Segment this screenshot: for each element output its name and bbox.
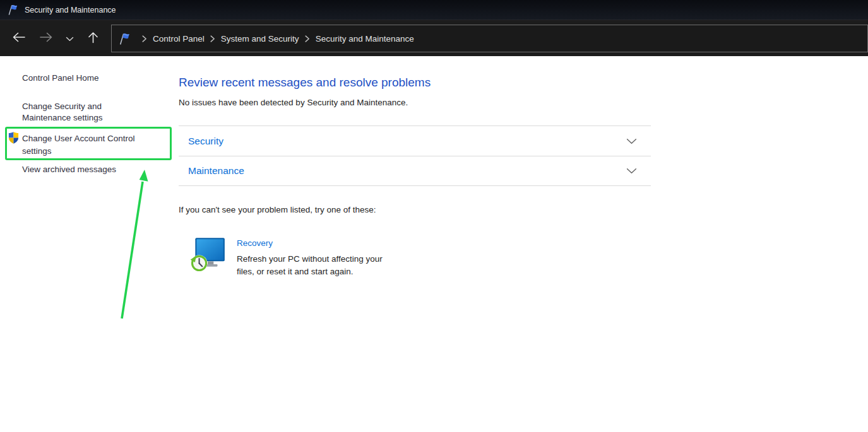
breadcrumb-item-control-panel[interactable]: Control Panel — [153, 34, 205, 44]
sidebar-item-change-user-account-control-settings[interactable]: Change User Account Control settings — [22, 132, 152, 158]
back-arrow-icon — [11, 32, 26, 45]
back-button[interactable] — [9, 20, 28, 57]
title-bar: Security and Maintenance — [0, 0, 868, 20]
chevron-down-icon — [66, 33, 74, 44]
page-title: Review recent messages and resolve probl… — [179, 76, 431, 90]
breadcrumb-chevron-icon[interactable] — [142, 35, 147, 42]
chevron-down-icon[interactable] — [626, 165, 637, 177]
recovery-monitor-restore-icon[interactable] — [188, 235, 227, 274]
uac-shield-icon — [8, 132, 19, 146]
forward-arrow-icon — [39, 32, 54, 45]
tip-text: If you can't see your problem listed, tr… — [179, 205, 376, 214]
up-button[interactable] — [85, 20, 101, 57]
section-security[interactable]: Security — [179, 126, 651, 156]
recovery-item: Recovery Refresh your PC without affecti… — [188, 235, 388, 277]
sidebar-item-control-panel-home[interactable]: Control Panel Home — [22, 73, 148, 84]
annotation-arrow — [107, 164, 158, 330]
sidebar-item-view-archived-messages[interactable]: View archived messages — [22, 164, 148, 175]
recent-locations-button[interactable] — [63, 20, 76, 57]
security-flag-icon[interactable] — [118, 32, 131, 45]
recovery-description: Refresh your PC without affecting your f… — [237, 253, 388, 277]
security-and-maintenance-window: Security and Maintenance — [0, 0, 868, 432]
recovery-text-block: Recovery Refresh your PC without affecti… — [237, 235, 388, 277]
breadcrumb-item-security-and-maintenance[interactable]: Security and Maintenance — [316, 34, 414, 44]
section-maintenance-label: Maintenance — [188, 165, 244, 177]
security-flag-icon — [7, 4, 19, 16]
breadcrumb-chevron-icon[interactable] — [305, 35, 310, 42]
breadcrumb[interactable]: Control Panel System and Security Securi… — [111, 25, 868, 52]
section-maintenance[interactable]: Maintenance — [179, 156, 651, 186]
breadcrumb-chevron-icon[interactable] — [210, 35, 215, 42]
recovery-link[interactable]: Recovery — [237, 238, 273, 248]
status-text: No issues have been detected by Security… — [179, 98, 408, 107]
section-list: Security Maintenance — [179, 126, 651, 186]
window-title: Security and Maintenance — [25, 6, 116, 15]
up-arrow-icon — [87, 31, 99, 46]
navigation-bar: Control Panel System and Security Securi… — [0, 20, 868, 56]
forward-button[interactable] — [37, 20, 56, 57]
breadcrumb-item-system-and-security[interactable]: System and Security — [221, 34, 299, 44]
chevron-down-icon[interactable] — [626, 136, 637, 147]
section-security-label: Security — [188, 136, 223, 147]
sidebar-item-change-security-maintenance-settings[interactable]: Change Security and Maintenance settings — [22, 101, 120, 124]
